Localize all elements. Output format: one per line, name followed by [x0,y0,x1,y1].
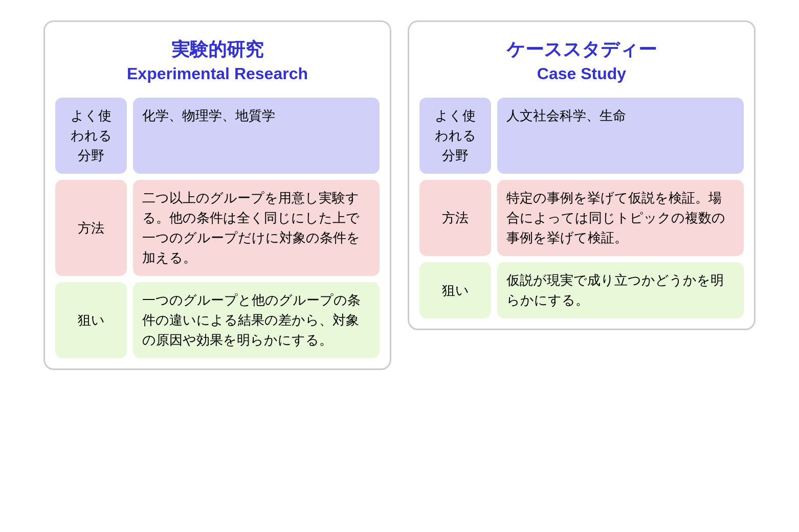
cell-label-aim: 狙い [55,282,127,358]
panel-header: ケーススタディーCase Study [419,32,744,91]
cell-content-field: 化学、物理学、地質学 [133,98,380,174]
table-grid: よく使われる分野化学、物理学、地質学方法二つ以上のグループを用意し実験する。他の… [55,98,380,358]
table-row-aim: 狙い仮説が現実で成り立つかどうかを明らかにする。 [419,262,744,318]
table-row-field: よく使われる分野人文社会科学、生命 [419,98,744,174]
cell-label-field: よく使われる分野 [419,98,491,174]
panel-title-en: Experimental Research [55,64,380,83]
panel-experimental: 実験的研究Experimental Researchよく使われる分野化学、物理学… [43,20,391,370]
cell-content-aim: 一つのグループと他のグループの条件の違いによる結果の差から、対象の原因や効果を明… [133,282,380,358]
cell-content-method: 特定の事例を挙げて仮説を検証。場合によっては同じトピックの複数の事例を挙げて検証… [497,180,744,256]
panel-header: 実験的研究Experimental Research [55,32,380,91]
table-row-field: よく使われる分野化学、物理学、地質学 [55,98,380,174]
table-row-method: 方法二つ以上のグループを用意し実験する。他の条件は全く同じにした上で一つのグルー… [55,180,380,276]
panel-title-en: Case Study [419,64,744,83]
main-container: 実験的研究Experimental Researchよく使われる分野化学、物理学… [0,0,799,532]
cell-label-method: 方法 [55,180,127,276]
panel-casestudy: ケーススタディーCase Studyよく使われる分野人文社会科学、生命方法特定の… [408,20,756,330]
cell-content-field: 人文社会科学、生命 [497,98,744,174]
cell-label-method: 方法 [419,180,491,256]
cell-label-aim: 狙い [419,262,491,318]
table-row-aim: 狙い一つのグループと他のグループの条件の違いによる結果の差から、対象の原因や効果… [55,282,380,358]
cell-content-aim: 仮説が現実で成り立つかどうかを明らかにする。 [497,262,744,318]
cell-label-field: よく使われる分野 [55,98,127,174]
panel-title-jp: 実験的研究 [55,37,380,62]
cell-content-method: 二つ以上のグループを用意し実験する。他の条件は全く同じにした上で一つのグループだ… [133,180,380,276]
table-grid: よく使われる分野人文社会科学、生命方法特定の事例を挙げて仮説を検証。場合によって… [419,98,744,318]
panel-title-jp: ケーススタディー [419,37,744,62]
table-row-method: 方法特定の事例を挙げて仮説を検証。場合によっては同じトピックの複数の事例を挙げて… [419,180,744,256]
